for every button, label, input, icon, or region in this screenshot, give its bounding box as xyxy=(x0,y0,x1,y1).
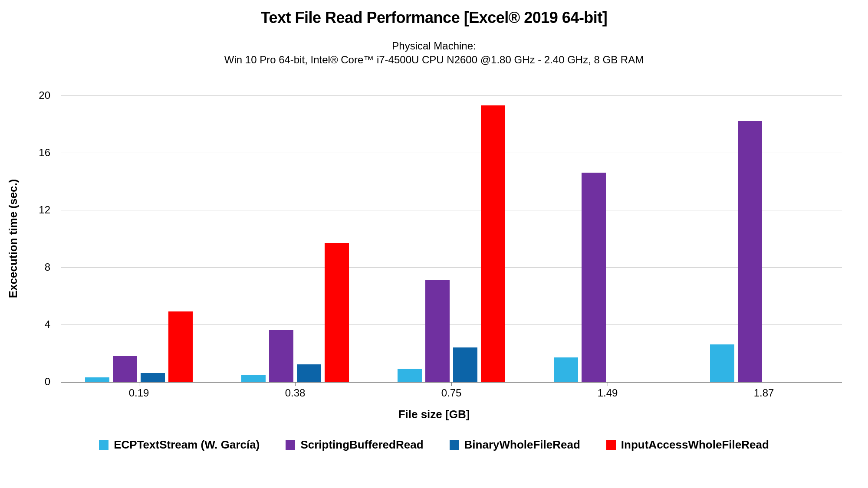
bar xyxy=(554,357,578,382)
y-axis-label: Excecution time (sec.) xyxy=(7,179,20,298)
legend-swatch xyxy=(286,440,295,450)
bar xyxy=(481,105,505,382)
category-group: 1.49 xyxy=(529,95,686,382)
legend-item: InputAccessWholeFileRead xyxy=(606,438,769,452)
legend-label: InputAccessWholeFileRead xyxy=(621,438,769,452)
bar xyxy=(398,369,422,382)
legend-item: ECPTextStream (W. García) xyxy=(99,438,260,452)
bar xyxy=(297,364,321,382)
x-axis-label: File size [GB] xyxy=(0,408,868,421)
legend-swatch xyxy=(606,440,616,450)
bar xyxy=(425,280,450,382)
y-tick-label: 8 xyxy=(45,261,61,273)
legend-item: BinaryWholeFileRead xyxy=(450,438,580,452)
category-group: 0.75 xyxy=(373,95,529,382)
bar xyxy=(269,330,293,382)
bar xyxy=(85,377,109,382)
bar xyxy=(141,373,165,382)
chart-subtitle: Physical Machine: Win 10 Pro 64-bit, Int… xyxy=(0,39,868,67)
x-tick-label: 1.87 xyxy=(686,382,842,399)
legend-label: BinaryWholeFileRead xyxy=(464,438,580,452)
chart-container: Text File Read Performance [Excel® 2019 … xyxy=(0,0,868,488)
x-tick-label: 0.38 xyxy=(217,382,373,399)
legend-swatch xyxy=(450,440,459,450)
y-tick-label: 20 xyxy=(39,89,61,102)
chart-title: Text File Read Performance [Excel® 2019 … xyxy=(0,9,868,27)
y-tick-label: 4 xyxy=(45,318,61,331)
x-tick-label: 1.49 xyxy=(529,382,686,399)
bar xyxy=(241,375,266,382)
bar xyxy=(710,344,734,382)
x-tick-label: 0.75 xyxy=(373,382,529,399)
legend-swatch xyxy=(99,440,108,450)
bar xyxy=(325,243,349,382)
legend: ECPTextStream (W. García)ScriptingBuffer… xyxy=(0,438,868,452)
bar xyxy=(113,356,137,382)
plot-area: 0481216200.190.380.751.491.87 xyxy=(61,95,842,382)
legend-label: ScriptingBufferedRead xyxy=(300,438,423,452)
chart-subtitle-line2: Win 10 Pro 64-bit, Intel® Core™ i7-4500U… xyxy=(224,54,644,66)
y-tick-label: 12 xyxy=(39,204,61,216)
bar xyxy=(738,121,762,382)
y-tick-label: 0 xyxy=(45,376,61,388)
category-group: 1.87 xyxy=(686,95,842,382)
x-tick-label: 0.19 xyxy=(61,382,217,399)
legend-item: ScriptingBufferedRead xyxy=(286,438,423,452)
bar xyxy=(168,311,193,382)
legend-label: ECPTextStream (W. García) xyxy=(114,438,260,452)
bar xyxy=(453,347,477,382)
category-group: 0.38 xyxy=(217,95,373,382)
chart-subtitle-line1: Physical Machine: xyxy=(392,40,476,52)
category-group: 0.19 xyxy=(61,95,217,382)
bar xyxy=(582,173,606,382)
y-tick-label: 16 xyxy=(39,147,61,159)
